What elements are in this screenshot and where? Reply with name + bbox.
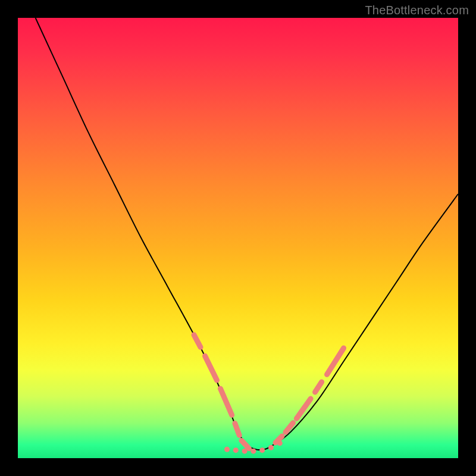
- dash-segment: [315, 382, 322, 392]
- dot-point: [259, 447, 265, 453]
- dash-segment: [327, 348, 343, 374]
- chart-frame: TheBottleneck.com: [0, 0, 476, 476]
- dash-segment: [235, 424, 239, 436]
- dot-point: [242, 449, 248, 454]
- series-group: [36, 18, 458, 454]
- watermark-label: TheBottleneck.com: [365, 4, 469, 17]
- curve-path: [36, 18, 458, 450]
- dash-segment: [205, 356, 217, 380]
- chart-svg: [18, 18, 458, 458]
- dash-segment: [194, 335, 201, 347]
- dash-segment: [242, 440, 249, 448]
- dot-point: [224, 447, 230, 452]
- dot-point: [233, 447, 239, 453]
- dot-point: [250, 449, 256, 454]
- dash-segment: [296, 399, 311, 418]
- dot-point: [268, 445, 274, 450]
- dash-segment: [220, 389, 231, 415]
